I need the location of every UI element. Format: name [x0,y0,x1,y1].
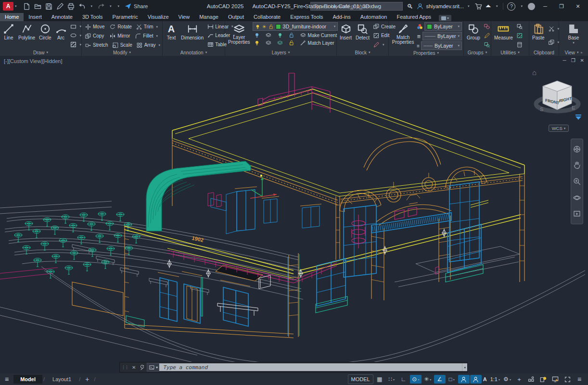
tab-add-ins[interactable]: Add-ins [328,13,356,21]
line-button[interactable]: Line [1,22,16,49]
customization-button[interactable]: ≡ [574,375,585,384]
panel-layers-title[interactable]: Layers▾ [225,49,336,56]
showmotion-icon[interactable] [573,210,581,218]
layer-isolate-button[interactable] [276,32,284,38]
array-button[interactable]: Array▾ [135,42,163,49]
osnap-toggle[interactable]: □▾ [446,375,458,384]
viewcube-menu-icon[interactable] [575,115,581,120]
layer-color-swatch[interactable] [276,24,281,29]
share-button[interactable]: Share [125,3,148,10]
osnap-tracking-toggle[interactable]: ∠ [434,375,446,384]
graphics-performance-button[interactable] [550,375,561,384]
panel-utilities-title[interactable]: Utilities▾ [491,49,529,56]
viewcube-home-icon[interactable]: ⌂ [532,68,537,77]
ribbon-display-options[interactable]: ▾ [439,15,451,21]
circle-button[interactable]: Circle [38,22,53,49]
polyline-button[interactable]: Polyline [17,22,37,49]
panel-properties-title[interactable]: Properties▾ [389,50,463,56]
zoom-extents-icon[interactable] [573,178,581,185]
search-scope-icon[interactable]: ▸ [304,4,306,8]
tab-annotate[interactable]: Annotate [47,13,77,21]
layer-dropdown[interactable]: ☀ 3D_furniture-indoor ▾ [253,22,338,31]
command-history-toggle[interactable]: ▴ [462,363,467,371]
redo-caret-icon[interactable]: ▾ [110,4,112,8]
help-icon[interactable]: ? [507,2,515,11]
panel-block-title[interactable]: Block▾ [337,49,388,56]
undo-caret-icon[interactable]: ▾ [91,4,93,8]
autodesk-caret-icon[interactable]: ▾ [496,4,498,8]
compass-east[interactable]: E [572,105,575,111]
lineweight-icon[interactable]: ≣ [417,34,421,39]
command-customize-wrench-icon[interactable] [138,364,145,371]
detect-button[interactable]: Detect [354,22,371,49]
layout-menu-icon[interactable]: ≡ [0,375,13,383]
panel-annotation-title[interactable]: Annotation▾ [163,49,225,56]
copy-button[interactable]: Copy [84,33,106,39]
recent-commands-button[interactable]: ▾ [147,363,159,372]
match-properties-button[interactable]: Match Properties [390,22,416,50]
panel-draw-title[interactable]: Draw▾ [0,49,81,56]
annotation-monitor-toggle[interactable]: ＋ [513,375,525,384]
command-input[interactable]: Type a command [159,363,462,371]
fillet-button[interactable]: Fillet▾ [134,33,160,39]
group-button[interactable]: Group [465,22,482,49]
autodesk-logo-icon[interactable]: ⏶ [486,2,491,10]
scale-button[interactable]: Scale [111,42,133,49]
search-input[interactable] [310,2,403,11]
tab-3d-tools[interactable]: 3D Tools [77,13,108,21]
tab-home[interactable]: Home [0,13,24,21]
tab-output[interactable]: Output [223,13,249,21]
doc-minimize-button[interactable]: ─ [563,58,566,63]
color-wheel-icon[interactable] [417,24,423,30]
tab-insert[interactable]: Insert [24,13,47,21]
grid-toggle[interactable]: ▦ [374,375,385,384]
drawing-canvas[interactable]: 1902 [0,56,588,373]
navigation-wheel-icon[interactable] [573,145,581,153]
model-space-button[interactable]: MODEL [348,374,373,384]
linetype-dropdown[interactable]: ╌╌╌ByLayer▾ [421,41,462,50]
window-maximize-button[interactable]: ❐ [555,3,568,10]
snap-toggle[interactable]: ∷▾ [386,375,397,384]
panel-groups-title[interactable]: Groups▾ [464,49,491,56]
new-file-icon[interactable] [23,2,31,10]
command-close-icon[interactable]: ✕ [129,365,138,370]
app-menu-caret-icon[interactable]: ▾ [15,4,17,8]
command-grip-handle[interactable]: ⋮⋮ [120,365,129,370]
save-icon[interactable] [45,2,53,10]
match-layer-button[interactable]: Match Layer [299,39,335,46]
layer-thaw-button[interactable] [264,39,273,46]
isodraft-toggle[interactable]: ✳▾ [422,375,434,384]
open-file-icon[interactable] [34,2,42,10]
insert-block-button[interactable]: Insert [338,22,353,49]
annotation-autoscale-toggle[interactable] [470,375,482,384]
annotation-visibility-toggle[interactable] [458,375,470,384]
panel-modify-title[interactable]: Modify▾ [82,49,162,56]
app-store-cart-icon[interactable] [475,3,482,10]
panel-clipboard-title[interactable]: Clipboard [529,49,559,56]
compass-south[interactable]: S [540,106,543,112]
group-edit-button[interactable] [483,32,491,39]
window-minimize-button[interactable]: ─ [539,3,551,9]
dimension-button[interactable]: Dimension [179,22,205,49]
lineweight-dropdown[interactable]: ───ByLayer▾ [422,32,462,40]
tab-manage[interactable]: Manage [194,13,223,21]
layer-on-button[interactable] [253,39,261,46]
viewport-controls-label[interactable]: [-][Custom View][Hidden] [4,58,62,64]
layer-on-bulb-icon[interactable] [255,24,260,29]
tab-collaborate[interactable]: Collaborate [249,13,285,21]
wcs-dropdown[interactable]: WCS▾ [549,125,569,132]
paste-button[interactable]: Paste [531,22,546,49]
isolate-objects-button[interactable] [537,375,549,384]
annotation-scale-button[interactable]: A 1:1▾ [482,375,501,384]
base-button[interactable]: Base▾ [566,22,581,49]
account-button[interactable]: shiyamdev.srit... ▾ [417,3,471,10]
qat-customize-icon[interactable]: ▾ [118,4,120,8]
ortho-toggle[interactable]: ∟ [398,375,409,384]
layer-properties-button[interactable]: Layer Properties [227,22,252,49]
layer-lock-button[interactable] [287,32,296,38]
layer-dropdown-caret-icon[interactable]: ▾ [334,25,336,28]
pan-icon[interactable] [573,161,581,169]
rotate-button[interactable]: Rotate [108,24,132,30]
panel-view-title[interactable]: View▾» [559,49,588,56]
text-button[interactable]: AText [164,22,179,49]
